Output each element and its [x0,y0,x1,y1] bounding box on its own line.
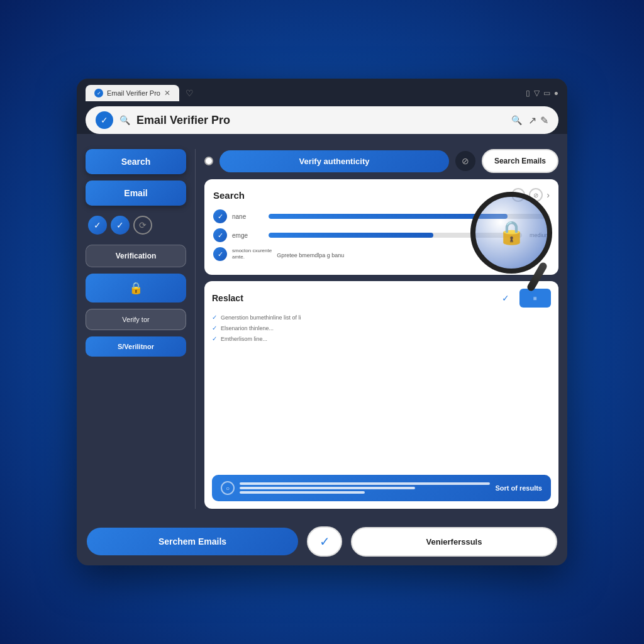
email-button[interactable]: Email [86,180,186,206]
browser-window: ✓ Email Verifier Pro ✕ ♡ ▯ ▽ ▭ ● ✓ 🔍 Ema… [77,79,567,565]
row-check-1: ✓ [213,209,227,223]
tab-bar: ✓ Email Verifier Pro ✕ ♡ ▯ ▽ ▭ ● [86,85,558,101]
results-check-icon: ✓ [502,293,509,303]
sort-circle-icon: ○ [221,481,235,495]
bottom-bar: Serchem Emails ✓ Venierferssuls [77,518,567,565]
result-row-1: ✓ nane [213,209,550,223]
menu-dots: ● [554,89,558,97]
edit-icon[interactable]: ✎ [540,114,548,126]
row-extra-text: medium [530,232,550,238]
browser-chrome: ✓ Email Verifier Pro ✕ ♡ ▯ ▽ ▭ ● ✓ 🔍 Ema… [77,79,567,134]
action-circle-2[interactable]: ⊘ [529,188,543,202]
search-card: Search ⊘ ⊘ › ✓ nane ✓ emge [204,179,558,275]
row-bar-fill-2 [269,233,433,238]
address-search-right-icon: 🔍 [511,115,522,125]
row-check-3: ✓ [213,247,227,261]
result-lines: ✓ Generstion bumethinline list of li ✓ E… [212,314,551,342]
sort-lines [240,482,490,494]
row-check-2: ✓ [213,228,227,242]
row-bar-fill-1 [269,214,508,219]
address-bar[interactable]: ✓ 🔍 Email Verifier Pro 🔍 ↗ ✎ [86,106,558,134]
bottom-verify-button[interactable]: Venierferssuls [351,527,557,557]
site-icon: ✓ [96,111,113,129]
verification-button[interactable]: Verification [86,245,186,267]
battery-icon: ▯ [526,89,530,97]
lock-button[interactable]: 🔒 [86,274,186,303]
verify-authenticity-button[interactable]: Verify authenticity [219,150,449,172]
back-icon[interactable]: ↗ [528,114,536,126]
row-label-1: nane [232,213,264,220]
result-line-1: ✓ Generstion bumethinline list of li [212,314,551,321]
check-icon-2: ✓ [111,216,130,235]
sort-label: Sort of results [495,484,542,492]
line-check-3: ✓ [212,335,217,342]
radio-button[interactable] [204,157,213,165]
sort-line-1 [240,482,490,485]
sort-line-2 [240,487,415,489]
verify-button[interactable]: Verify tor [86,309,186,330]
row-description: Gpretee bmemdlpa g banu [277,248,550,260]
check-icon: ✓ [319,534,330,549]
line-check-2: ✓ [212,325,217,331]
search-button[interactable]: Search [86,149,186,174]
search-icon: 🔍 [119,115,130,125]
browser-controls: ▯ ▽ ▭ ● [526,89,558,97]
search-card-header: Search ⊘ ⊘ › [213,188,550,202]
result-row-2: ✓ emge medium [213,228,550,242]
address-actions: ↗ ✎ [528,114,548,126]
results-card-icon: ≡ [519,289,551,308]
result-row-3: ✓ smocton cxurenteamte. Gpretee bmemdlpa… [213,247,550,261]
bottom-check-button[interactable]: ✓ [307,526,342,557]
results-header: Reslact ✓ ≡ [212,289,551,308]
card-lines-icon: ≡ [533,295,537,302]
row-label-2: emge [232,232,264,239]
row-desc-text: Gpretee bmemdlpa g banu [277,252,344,258]
result-line-3: ✓ Emtherlisom line... [212,335,551,342]
bottom-search-button[interactable]: Serchem Emails [87,528,298,555]
row-bar-1 [269,214,550,219]
check-icons-row: ✓ ✓ ⟳ [86,212,186,238]
row-bar-2 [269,233,522,238]
heart-icon: ♡ [186,88,194,98]
check-icon-3: ⟳ [133,216,152,235]
line-text-3: Emtherlisom line... [221,336,267,342]
main-content: Search Email ✓ ✓ ⟳ Verification 🔒 Verify… [77,140,567,518]
search-emails-button[interactable]: Search Emails [482,149,558,173]
block-icon: ⊘ [462,156,469,166]
sort-card: ○ Sort of results [212,475,551,501]
action-circle-1[interactable]: ⊘ [511,188,525,202]
magnifier-overlay: 🔒 [470,192,567,292]
row-label-3: smocton cxurenteamte. [232,248,272,260]
block-icon-button[interactable]: ⊘ [455,151,475,171]
search-card-actions: ⊘ ⊘ › [511,188,550,202]
check-icon-1: ✓ [88,216,107,235]
search-card-title: Search [213,190,245,201]
sidebar-divider [195,149,196,509]
tab-close-button[interactable]: ✕ [164,89,170,97]
tab-title: Email Verifier Pro [107,89,160,97]
line-text-1: Generstion bumethinline list of li [221,314,301,321]
wifi-icon: ▭ [543,89,550,97]
save-button[interactable]: S/Verilitnor [86,336,186,357]
tab-favicon: ✓ [94,89,103,97]
right-panel: Verify authenticity ⊘ Search Emails Sear… [204,149,558,509]
result-line-2: ✓ Elsenarion thinlene... [212,325,551,331]
results-section: Reslact ✓ ≡ ✓ Generstion bumethinline li… [204,281,558,509]
line-text-2: Elsenarion thinlene... [221,325,274,331]
sort-line-3 [240,491,365,494]
address-text: Email Verifier Pro [136,114,505,127]
line-check-1: ✓ [212,314,217,321]
results-title: Reslact [212,293,497,303]
chevron-right-icon[interactable]: › [547,190,550,200]
signal-icon: ▽ [534,89,540,97]
browser-tab[interactable]: ✓ Email Verifier Pro ✕ [86,85,179,101]
top-toolbar: Verify authenticity ⊘ Search Emails [204,149,558,173]
sidebar: Search Email ✓ ✓ ⟳ Verification 🔒 Verify… [86,149,186,509]
